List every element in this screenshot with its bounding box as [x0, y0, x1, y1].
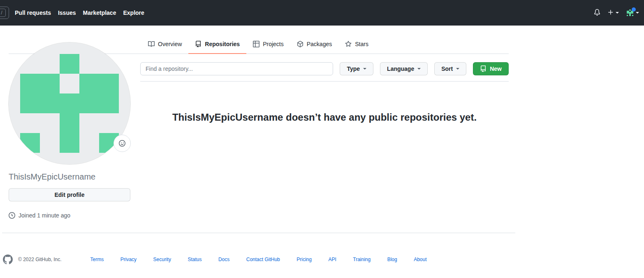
footer-link-pricing[interactable]: Pricing	[297, 257, 312, 262]
package-icon	[297, 41, 303, 47]
footer-link-contact-github[interactable]: Contact GitHub	[246, 257, 280, 262]
top-navigation: / Pull requests Issues Marketplace Explo…	[0, 0, 644, 26]
copyright-text: © 2022 GitHub, Inc.	[18, 257, 62, 262]
repositories-panel: Type Language Sort New ThisIsMyEpi	[140, 54, 509, 219]
site-footer: © 2022 GitHub, Inc. Terms Privacy Securi…	[2, 233, 515, 267]
tab-repositories[interactable]: Repositories	[188, 41, 246, 54]
sort-filter-label: Sort	[441, 65, 453, 72]
joined-text: Joined 1 minute ago	[19, 212, 70, 219]
tab-label: Repositories	[205, 41, 240, 47]
create-new-dropdown[interactable]	[607, 9, 619, 17]
tab-packages[interactable]: Packages	[290, 41, 338, 54]
repo-icon	[195, 41, 202, 47]
nav-item-marketplace[interactable]: Marketplace	[83, 9, 116, 16]
edit-profile-button[interactable]: Edit profile	[9, 188, 130, 201]
book-icon	[148, 41, 155, 47]
plus-icon	[607, 9, 614, 17]
clock-icon	[9, 212, 15, 219]
empty-repositories-message: ThisIsMyEpicUsername doesn’t have any pu…	[153, 112, 496, 123]
type-filter-dropdown[interactable]: Type	[340, 62, 373, 75]
tab-label: Stars	[355, 41, 368, 47]
chevron-down-icon	[636, 12, 639, 15]
chevron-down-icon	[456, 68, 459, 71]
chevron-down-icon	[363, 68, 366, 71]
chevron-down-icon	[417, 68, 421, 71]
repository-filters: Type Language Sort New	[140, 62, 509, 75]
header-actions	[594, 9, 639, 17]
nav-item-issues[interactable]: Issues	[58, 9, 76, 16]
footer-link-privacy[interactable]: Privacy	[120, 257, 137, 262]
notification-dot	[632, 7, 636, 12]
tab-projects[interactable]: Projects	[246, 41, 290, 54]
avatar-identicon	[9, 42, 130, 164]
type-filter-label: Type	[347, 65, 360, 72]
profile-avatar[interactable]	[9, 42, 130, 164]
tab-stars[interactable]: Stars	[338, 41, 375, 54]
profile-sidebar: ThisIsMyEpicUsername Edit profile Joined…	[9, 54, 130, 219]
chevron-down-icon	[616, 12, 619, 15]
find-repository-input[interactable]	[140, 62, 333, 75]
language-filter-dropdown[interactable]: Language	[380, 62, 428, 75]
notifications-bell-icon[interactable]	[594, 9, 600, 17]
header-avatar	[626, 9, 634, 17]
smiley-icon	[119, 140, 125, 147]
tab-label: Packages	[307, 41, 332, 47]
nav-item-pull-requests[interactable]: Pull requests	[15, 9, 51, 16]
footer-link-security[interactable]: Security	[153, 257, 171, 262]
joined-date: Joined 1 minute ago	[9, 212, 130, 219]
tab-label: Projects	[263, 41, 284, 47]
profile-username: ThisIsMyEpicUsername	[9, 172, 130, 182]
table-icon	[253, 41, 259, 47]
github-logo[interactable]	[3, 255, 13, 264]
tab-overview[interactable]: Overview	[141, 41, 188, 54]
nav-item-explore[interactable]: Explore	[123, 9, 144, 16]
global-search-input[interactable]: /	[0, 7, 9, 19]
main-nav: Pull requests Issues Marketplace Explore	[15, 9, 144, 16]
new-button-label: New	[490, 65, 502, 72]
footer-link-about[interactable]: About	[414, 257, 426, 262]
footer-link-status[interactable]: Status	[188, 257, 202, 262]
tab-label: Overview	[158, 41, 182, 47]
language-filter-label: Language	[387, 65, 414, 72]
empty-state: ThisIsMyEpicUsername doesn’t have any pu…	[140, 82, 509, 136]
footer-links: Terms Privacy Security Status Docs Conta…	[90, 257, 427, 262]
star-icon	[345, 41, 352, 47]
footer-link-terms[interactable]: Terms	[90, 257, 104, 262]
footer-link-training[interactable]: Training	[353, 257, 371, 262]
footer-link-docs[interactable]: Docs	[218, 257, 229, 262]
footer-link-api[interactable]: API	[328, 257, 336, 262]
new-repository-button[interactable]: New	[473, 62, 509, 75]
slash-key-hint: /	[0, 9, 6, 17]
user-menu-dropdown[interactable]	[626, 9, 639, 17]
set-status-button[interactable]	[114, 135, 131, 152]
footer-link-blog[interactable]: Blog	[387, 257, 397, 262]
sort-filter-dropdown[interactable]: Sort	[434, 62, 466, 75]
repo-icon	[480, 65, 486, 72]
